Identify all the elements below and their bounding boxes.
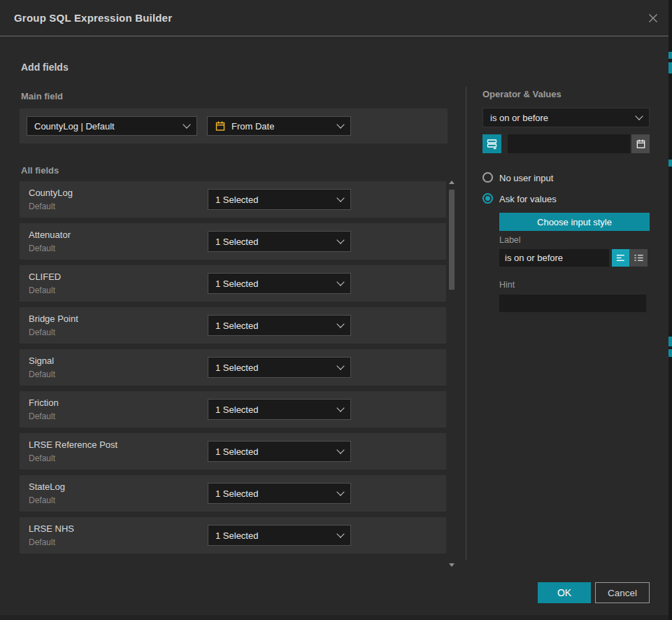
select-value: 1 Selected bbox=[215, 237, 258, 247]
chevron-down-icon bbox=[336, 362, 344, 369]
select-value: is on or before bbox=[490, 113, 548, 123]
close-icon bbox=[648, 13, 659, 24]
panel-divider bbox=[466, 87, 466, 561]
value-input[interactable] bbox=[508, 134, 630, 153]
field-type: Default bbox=[29, 369, 55, 379]
select-value: 1 Selected bbox=[215, 195, 258, 205]
field-name: Signal bbox=[29, 355, 54, 366]
close-button[interactable] bbox=[643, 8, 663, 28]
group-sql-expression-builder-dialog: { "window": { "title": "Group SQL Expres… bbox=[0, 0, 672, 620]
chevron-down-icon bbox=[183, 120, 190, 128]
label-input[interactable] bbox=[499, 249, 609, 267]
select-value: 1 Selected bbox=[215, 530, 258, 541]
select-value: 1 Selected bbox=[215, 446, 258, 457]
all-fields-label: All fields bbox=[21, 165, 59, 176]
main-field-source-select[interactable]: CountyLog | Default bbox=[27, 116, 197, 136]
value-type-toggle-button[interactable] bbox=[482, 134, 501, 153]
field-row: Signal Default 1 Selected bbox=[20, 349, 446, 386]
calendar-icon bbox=[636, 139, 646, 149]
label-style-active-button[interactable] bbox=[612, 249, 629, 267]
field-name: CLIFED bbox=[29, 272, 61, 282]
field-row: Bridge Point Default 1 Selected bbox=[20, 307, 446, 344]
scroll-up-arrow-icon[interactable] bbox=[449, 181, 455, 184]
scrollbar-thumb[interactable] bbox=[449, 190, 455, 290]
field-type: Default bbox=[29, 244, 55, 253]
select-value: From Date bbox=[231, 121, 274, 132]
all-fields-list: CountyLog Default 1 Selected Attenuator … bbox=[20, 181, 446, 554]
field-row: CountyLog Default 1 Selected bbox=[20, 181, 446, 218]
label-field-label: Label bbox=[499, 235, 521, 245]
ok-button[interactable]: OK bbox=[538, 582, 591, 603]
field-name: Friction bbox=[29, 397, 59, 408]
field-name: Bridge Point bbox=[29, 313, 78, 324]
main-field-field-select[interactable]: From Date bbox=[207, 116, 351, 136]
field-values-select[interactable]: 1 Selected bbox=[208, 441, 351, 462]
field-row: LRSE NHS Default 1 Selected bbox=[20, 517, 446, 554]
list-scrollbar[interactable] bbox=[448, 181, 455, 567]
stacked-fields-icon bbox=[486, 138, 498, 150]
field-values-select[interactable]: 1 Selected bbox=[208, 189, 351, 210]
chevron-down-icon bbox=[336, 236, 344, 244]
chevron-down-icon bbox=[336, 446, 344, 453]
field-name: Attenuator bbox=[29, 230, 71, 240]
chevron-down-icon bbox=[336, 488, 344, 495]
label-style-list-button[interactable] bbox=[629, 249, 648, 267]
field-values-select[interactable]: 1 Selected bbox=[208, 399, 351, 420]
field-type: Default bbox=[29, 327, 55, 337]
field-type: Default bbox=[29, 411, 55, 421]
chevron-down-icon bbox=[336, 120, 344, 128]
chevron-down-icon bbox=[336, 278, 344, 286]
field-type: Default bbox=[29, 202, 55, 211]
select-value: 1 Selected bbox=[215, 488, 258, 499]
field-name: LRSE Reference Post bbox=[29, 439, 117, 450]
field-name: StateLog bbox=[29, 481, 65, 492]
select-value: 1 Selected bbox=[215, 279, 258, 289]
field-values-select[interactable]: 1 Selected bbox=[208, 231, 351, 252]
date-picker-button[interactable] bbox=[631, 134, 650, 153]
operator-select[interactable]: is on or before bbox=[482, 108, 650, 127]
field-row: Attenuator Default 1 Selected bbox=[20, 223, 446, 260]
radio-ask-for-values-label: Ask for values bbox=[499, 194, 557, 204]
cancel-button[interactable]: Cancel bbox=[595, 582, 650, 603]
field-values-select[interactable]: 1 Selected bbox=[208, 315, 351, 336]
radio-ask-for-values[interactable] bbox=[482, 193, 493, 204]
screen-right-edge bbox=[669, 0, 672, 620]
field-values-select[interactable]: 1 Selected bbox=[208, 483, 351, 504]
field-values-select[interactable]: 1 Selected bbox=[208, 357, 351, 378]
choose-input-style-button[interactable]: Choose input style bbox=[499, 213, 650, 231]
radio-no-user-input[interactable] bbox=[482, 172, 493, 183]
operator-values-heading: Operator & Values bbox=[482, 89, 562, 99]
screen-bottom-edge bbox=[0, 615, 672, 620]
chevron-down-icon bbox=[336, 530, 344, 537]
add-fields-heading: Add fields bbox=[21, 62, 69, 73]
chevron-down-icon bbox=[336, 404, 344, 411]
select-value: 1 Selected bbox=[215, 320, 258, 331]
field-values-select[interactable]: 1 Selected bbox=[208, 525, 351, 546]
main-field-label: Main field bbox=[21, 91, 63, 101]
hint-field-label: Hint bbox=[499, 280, 515, 290]
main-field-container: CountyLog | Default From Date bbox=[20, 108, 448, 143]
field-row: StateLog Default 1 Selected bbox=[20, 475, 446, 512]
hint-input[interactable] bbox=[499, 295, 646, 312]
field-values-select[interactable]: 1 Selected bbox=[208, 273, 351, 294]
align-left-icon bbox=[615, 253, 626, 263]
field-type: Default bbox=[29, 537, 55, 547]
radio-no-user-input-label: No user input bbox=[499, 173, 553, 183]
calendar-icon bbox=[215, 120, 226, 132]
field-row: CLIFED Default 1 Selected bbox=[20, 265, 446, 302]
field-row: Friction Default 1 Selected bbox=[20, 391, 446, 428]
chevron-down-icon bbox=[336, 194, 344, 202]
field-name: CountyLog bbox=[29, 188, 73, 198]
select-value: CountyLog | Default bbox=[34, 121, 115, 132]
field-type: Default bbox=[29, 495, 55, 505]
chevron-down-icon bbox=[635, 112, 643, 120]
title-divider bbox=[0, 36, 669, 36]
list-icon bbox=[634, 253, 644, 263]
select-value: 1 Selected bbox=[215, 404, 258, 415]
field-type: Default bbox=[29, 286, 55, 295]
field-name: LRSE NHS bbox=[29, 523, 74, 534]
scroll-down-arrow-icon[interactable] bbox=[449, 563, 455, 567]
chevron-down-icon bbox=[336, 320, 344, 327]
field-type: Default bbox=[29, 453, 55, 463]
field-row: LRSE Reference Post Default 1 Selected bbox=[20, 433, 446, 470]
